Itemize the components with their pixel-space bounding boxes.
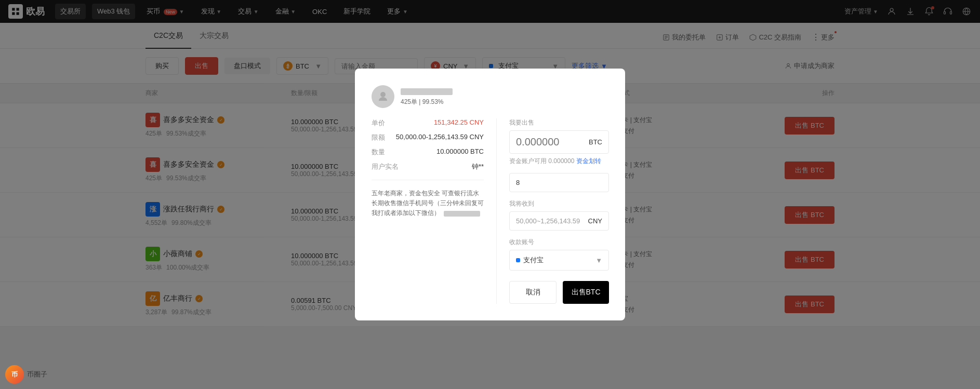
modal-avatar [372,85,394,108]
receive-group: 我将收到 50,000~1,256,143.59 CNY [509,199,609,231]
modal-right-panel: 我要出售 BTC 资金账户可用 0.000000 资金划转 [496,118,609,304]
modal-username-row: 用户实名 钟** [372,162,484,171]
modal-qty-value: 10.000000 BTC [436,147,484,157]
sell-modal: 425单 | 99.53% 单价 151,342.25 CNY 限额 50,00… [355,69,625,320]
modal-price-value: 151,342.25 CNY [434,118,484,128]
modal-user-section: 425单 | 99.53% [372,85,608,108]
modal-divider [372,180,484,180]
sell-amount-group: 我要出售 BTC 资金账户可用 0.000000 资金划转 [509,118,609,166]
cny-amount-group: 8 [509,173,609,192]
modal-cancel-button[interactable]: 取消 [509,281,557,304]
modal-qty-row: 数量 10.000000 BTC [372,147,484,157]
available-label-row: 资金账户可用 0.000000 [509,157,574,166]
modal-overlay: 425单 | 99.53% 单价 151,342.25 CNY 限额 50,00… [0,0,980,327]
sell-amount-input-box: BTC [509,130,609,154]
cny-amount-box: 8 [509,173,609,192]
desc-contact-blurred [444,211,480,217]
sell-unit: BTC [589,138,602,146]
svg-point-11 [380,92,386,97]
modal-limit-value: 50,000.00-1,256,143.59 CNY [396,133,484,142]
transfer-link[interactable]: 资金划转 [576,157,601,166]
modal-confirm-sell-button[interactable]: 出售BTC [563,281,609,304]
modal-user-stats: 425单 | 99.53% [401,98,453,106]
modal-actions: 取消 出售BTC [509,281,609,304]
modal-left-panel: 单价 151,342.25 CNY 限额 50,000.00-1,256,143… [372,118,496,304]
modal-username [401,87,453,96]
modal-content: 单价 151,342.25 CNY 限额 50,000.00-1,256,143… [372,118,608,304]
sell-amount-input[interactable] [516,136,589,148]
alipay-select-icon [516,258,520,262]
available-info: 资金账户可用 0.000000 资金划转 [509,157,609,166]
receive-unit: CNY [588,217,602,225]
receive-range: 50,000~1,256,143.59 [516,217,580,225]
modal-price-row: 单价 151,342.25 CNY [372,118,484,128]
username-blurred [401,88,453,95]
cny-input-value: 8 [516,179,520,186]
payment-dropdown-arrow: ▼ [595,257,602,264]
payment-group: 收款账号 支付宝 ▼ [509,238,609,271]
modal-desc: 五年老商家，资金包安全 可查银行流水 长期收售微信手机同号（三分钟未回复可我打或… [372,189,484,219]
receive-box: 50,000~1,256,143.59 CNY [509,211,609,231]
modal-limit-row: 限额 50,000.00-1,256,143.59 CNY [372,133,484,142]
modal-username-value: 钟** [472,162,484,171]
payment-method-selector[interactable]: 支付宝 ▼ [509,250,609,271]
